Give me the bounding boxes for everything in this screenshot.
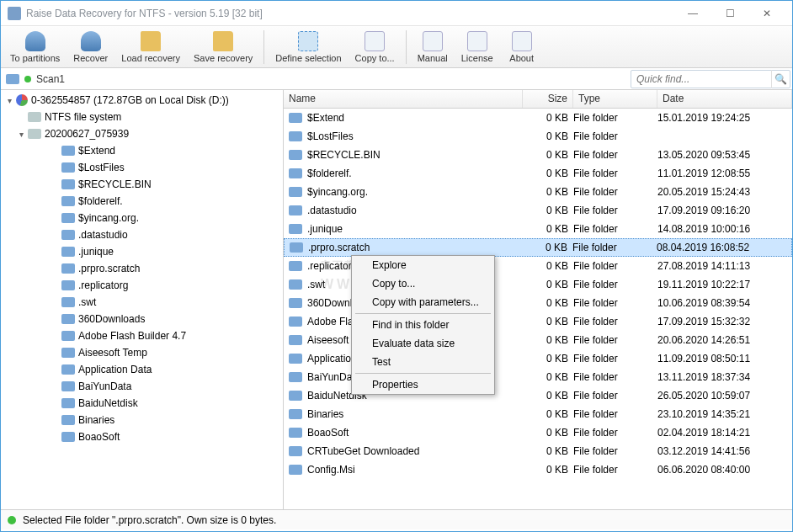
maximize-button[interactable]: ☐ (711, 2, 748, 25)
file-row[interactable]: .prpro.scratch0 KBFile folder08.04.2019 … (284, 238, 792, 257)
tree-item[interactable]: .datastudio (1, 226, 283, 243)
column-type[interactable]: Type (573, 90, 657, 108)
menu-item[interactable]: Copy with parameters... (352, 293, 494, 311)
file-type: File folder (573, 464, 657, 476)
tree-item[interactable]: Application Data (1, 361, 283, 378)
menu-item[interactable]: Test (352, 353, 494, 371)
file-date: 11.01.2019 12:08:55 (657, 168, 792, 179)
tree-item[interactable]: Binaries (1, 412, 283, 428)
search-input[interactable] (631, 73, 771, 85)
tree-item[interactable]: BaiduNetdisk (1, 395, 283, 412)
file-type: File folder (573, 371, 657, 383)
file-row[interactable]: $RECYCLE.BIN0 KBFile folder13.05.2020 09… (284, 146, 792, 164)
tree-item[interactable]: Aiseesoft Temp (1, 344, 283, 361)
close-button[interactable]: ✕ (748, 2, 785, 25)
tree-label: .prpro.scratch (78, 263, 140, 274)
define-selection-button[interactable]: Define selection (269, 28, 347, 66)
folder-icon (61, 179, 75, 189)
tree-item[interactable]: ▾20200627_075939 (1, 125, 283, 142)
tree-item[interactable]: ▾0-362554857 (172.87GB on Local Disk (D:… (1, 92, 283, 109)
file-size: 0 KB (523, 186, 573, 198)
tree-item[interactable]: .replicatorg (1, 277, 283, 294)
file-type: File folder (573, 112, 657, 124)
file-name: BoaoSoft (307, 427, 523, 439)
menu-item[interactable]: Copy to... (352, 274, 494, 293)
file-row[interactable]: .junique0 KBFile folder14.08.2019 10:00:… (284, 220, 792, 238)
tree-item[interactable]: 360Downloads (1, 311, 283, 327)
tree-item[interactable]: Adobe Flash Builder 4.7 (1, 327, 283, 344)
expand-icon[interactable]: ▾ (4, 95, 14, 105)
tree-label: $Extend (78, 145, 115, 157)
file-size: 0 KB (523, 464, 573, 476)
recover-button[interactable]: Recover (67, 28, 114, 66)
define-selection-icon (298, 31, 318, 51)
column-name[interactable]: Name (284, 90, 523, 108)
tree-item[interactable]: $Extend (1, 142, 283, 159)
search-icon[interactable]: 🔍 (771, 70, 790, 88)
to-partitions-button[interactable]: To partitions (4, 28, 66, 66)
file-name: .junique (307, 223, 523, 235)
file-row[interactable]: CRTubeGet Downloaded0 KBFile folder03.12… (284, 442, 792, 460)
file-row[interactable]: Config.Msi0 KBFile folder06.06.2020 08:4… (284, 460, 792, 479)
file-size: 0 KB (523, 353, 573, 364)
status-bar: Selected File folder ".prpro.scratch". O… (1, 509, 792, 529)
folder-icon (16, 94, 28, 106)
tree-item[interactable]: BaiYunData (1, 378, 283, 395)
menu-separator (355, 313, 491, 314)
folder-icon (289, 465, 302, 475)
menu-item[interactable]: Properties (352, 375, 494, 394)
folder-icon (28, 112, 41, 122)
file-date: 02.04.2019 18:14:21 (657, 427, 792, 439)
minimize-button[interactable]: — (674, 2, 711, 25)
file-date: 17.09.2019 15:32:32 (657, 316, 792, 327)
quick-find[interactable]: 🔍 (631, 70, 790, 88)
file-row[interactable]: $yincang.org.0 KBFile folder20.05.2019 1… (284, 183, 792, 201)
save-recovery-button[interactable]: Save recovery (188, 28, 258, 66)
menu-item[interactable]: Find in this folder (352, 316, 494, 334)
file-row[interactable]: .datastudio0 KBFile folder17.09.2019 09:… (284, 201, 792, 220)
file-list[interactable]: $Extend0 KBFile folder15.01.2019 19:24:2… (284, 109, 792, 509)
manual-icon (423, 31, 443, 51)
recover-icon (81, 31, 101, 51)
tree-item[interactable]: BoaoSoft (1, 428, 283, 445)
status-text: Selected File folder ".prpro.scratch". O… (23, 514, 276, 526)
load-recovery-button[interactable]: Load recovery (115, 28, 186, 66)
menu-item[interactable]: Evaluate data size (352, 334, 494, 353)
file-size: 0 KB (523, 112, 573, 124)
tree-item[interactable]: $LostFiles (1, 159, 283, 176)
file-type: File folder (573, 427, 657, 439)
tree-item[interactable]: .prpro.scratch (1, 260, 283, 277)
file-size: 0 KB (523, 316, 573, 327)
file-date: 13.05.2020 09:53:45 (657, 149, 792, 161)
folder-icon (289, 428, 302, 438)
tree-label: 360Downloads (78, 313, 145, 325)
manual-button[interactable]: Manual (412, 28, 454, 66)
file-date: 27.08.2019 14:11:13 (657, 260, 792, 272)
about-button[interactable]: About (501, 28, 543, 66)
file-row[interactable]: $LostFiles0 KBFile folder (284, 127, 792, 146)
column-size[interactable]: Size (523, 90, 573, 108)
tree-item[interactable]: $RECYCLE.BIN (1, 176, 283, 193)
save-recovery-icon (213, 31, 233, 51)
tree-item[interactable]: NTFS file system (1, 109, 283, 125)
column-date[interactable]: Date (657, 90, 792, 108)
license-button[interactable]: License (455, 28, 499, 66)
menu-item[interactable]: Explore (352, 256, 494, 274)
tree-pane[interactable]: ▾0-362554857 (172.87GB on Local Disk (D:… (1, 90, 284, 509)
file-row[interactable]: BoaoSoft0 KBFile folder02.04.2019 18:14:… (284, 423, 792, 442)
file-row[interactable]: $Extend0 KBFile folder15.01.2019 19:24:2… (284, 109, 792, 127)
file-row[interactable]: $folderelf.0 KBFile folder11.01.2019 12:… (284, 164, 792, 183)
expand-icon[interactable]: ▾ (16, 129, 26, 139)
tree-item[interactable]: .swt (1, 294, 283, 311)
tree-item[interactable]: $yincang.org. (1, 210, 283, 226)
tree-item[interactable]: $folderelf. (1, 193, 283, 210)
toolbar-label: License (461, 53, 493, 63)
file-row[interactable]: Binaries0 KBFile folder23.10.2019 14:35:… (284, 405, 792, 423)
folder-icon (289, 335, 302, 345)
breadcrumb[interactable]: Scan1 (36, 73, 65, 85)
copy-to-button[interactable]: Copy to... (349, 28, 401, 66)
toolbar-label: Recover (73, 53, 108, 63)
tree-item[interactable]: .junique (1, 243, 283, 260)
folder-icon (289, 168, 302, 178)
toolbar: To partitionsRecoverLoad recoverySave re… (1, 26, 792, 68)
